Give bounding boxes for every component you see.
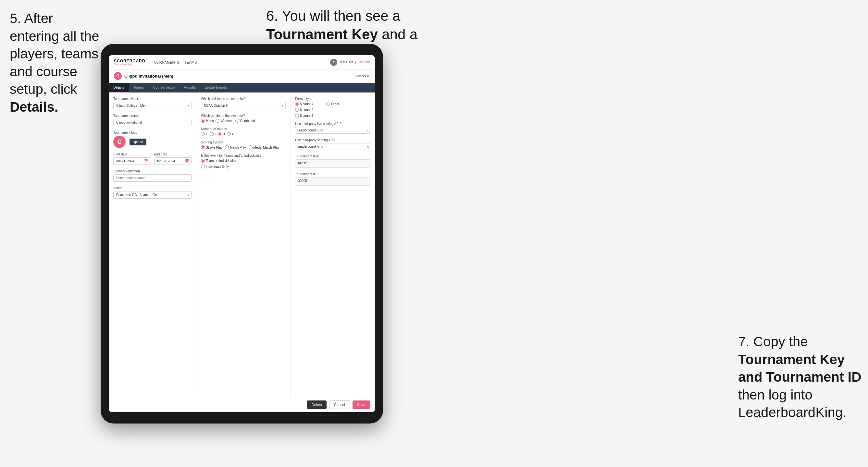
tournament-id-label: Tournament ID [295,172,370,176]
tournament-host-select-wrap: Clippd College - Men [113,102,191,110]
page-title-row: C Clippd Invitational (Men) [114,72,173,80]
venue-group: Venue Peachtree GC - Atlanta - GA [113,186,191,198]
gender-label: Which gender is the event for? [201,114,286,118]
upload-button[interactable]: Upload [129,138,146,145]
individuals-only[interactable]: Individuals Only [201,164,229,168]
tablet-screen: SCOREBOARD Powered by clippd TOURNAMENTS… [109,55,375,412]
teams-radio-group: Teams (+Individuals) Individuals Only [201,159,286,168]
api2-clear-button[interactable]: ✕ [367,145,369,148]
tournament-name-group: Tournament name [113,114,191,126]
start-date-label: Start date [113,153,151,156]
format-5count4[interactable]: 5 count 4 [295,102,313,106]
tournament-host-group: Tournament Host Clippd College - Men [113,97,191,110]
c-logo: C [114,72,122,80]
tournament-logo-group: Tournament logo C Upload [113,131,191,148]
scoring-group: Scoring system Stroke Play Match Play Me… [201,141,286,149]
tournament-id-value: 302051 [295,177,370,186]
form-footer: Delete Cancel Save [109,397,375,412]
venue-select-wrap: Peachtree GC - Atlanta - GA [113,191,191,198]
sign-out-link[interactable]: Sign out [358,60,370,64]
tab-details[interactable]: Details [109,83,129,93]
api2-input-wrap: ✕ [295,143,370,150]
end-date-group: End date 📅 [154,153,192,165]
tablet-frame: SCOREBOARD Powered by clippd TOURNAMENTS… [101,44,383,424]
rounds-radio-group: 1 2 3 4 [201,132,286,136]
api1-label: Use third-party live scoring API? [295,122,370,126]
teams-plus-individuals[interactable]: Teams (+Individuals) [201,159,236,163]
tab-leaderboards[interactable]: Leaderboards [200,83,231,93]
logo-upload-area: C Upload [113,136,191,148]
gender-womens[interactable]: Womens [216,119,233,123]
header-cancel[interactable]: Cancel ✕ [355,74,370,78]
tab-bar: Details Teams Course Setup Results Leade… [109,83,375,93]
api1-input[interactable] [295,127,370,134]
tournament-key-label: Tournament Key [295,154,370,158]
nav-separator: | [355,60,356,64]
format-row-1: 5 count 4 Other [295,102,370,106]
nav-right: SI Test User | Sign out [330,59,370,66]
scoring-label: Scoring system [201,141,286,144]
scoring-match[interactable]: Match Play [225,145,246,149]
form-area: Tournament Host Clippd College - Men Tou… [109,93,375,397]
format-options: 5 count 4 Other 6 count 4 [295,102,370,118]
rounds-2[interactable]: 2 [210,132,217,136]
sponsor-input[interactable] [113,174,191,182]
gender-radio-group: Mens Womens Combined [201,119,286,123]
date-row: Start date 📅 End date 📅 [113,153,191,165]
delete-button[interactable]: Delete [307,401,327,409]
scoring-stroke[interactable]: Stroke Play [201,145,222,149]
tab-results[interactable]: Results [179,83,200,93]
tournament-host-select[interactable]: Clippd College - Men [113,102,191,110]
format-row-2: 6 count 4 [295,108,370,112]
end-date-input[interactable] [156,159,184,163]
brand-sub: Powered by clippd [114,63,146,65]
rounds-group: Number of rounds 1 2 3 4 [201,127,286,136]
format-row-3: 6 count 5 [295,114,370,118]
gender-mens[interactable]: Mens [201,119,214,123]
page-header: C Clippd Invitational (Men) Cancel ✕ [109,69,375,83]
nav-link-teams[interactable]: TEAMS [184,60,197,64]
api1-input-wrap: ✕ [295,127,370,134]
start-date-group: Start date 📅 [113,153,151,165]
rounds-label: Number of rounds [201,127,286,131]
api1-clear-button[interactable]: ✕ [367,128,369,132]
division-select-wrap: NCAA Division III [201,102,286,110]
rounds-3[interactable]: 3 [218,132,225,136]
col-mid: Which division is the event for? NCAA Di… [196,93,290,397]
dates-group: Start date 📅 End date 📅 [113,153,191,165]
division-select[interactable]: NCAA Division III [201,102,286,110]
venue-select[interactable]: Peachtree GC - Atlanta - GA [113,191,191,198]
format-group: Format type 5 count 4 Other [295,97,370,118]
start-date-input[interactable] [116,159,143,163]
gender-combined[interactable]: Combined [235,119,255,123]
end-date-label: End date [154,153,192,156]
format-6count5[interactable]: 6 count 5 [295,114,313,118]
scoring-medal[interactable]: Medal Match Play [249,145,279,149]
brand-name: SCOREBOARD [114,59,146,63]
rounds-4[interactable]: 4 [227,132,234,136]
logo-circle: C [113,136,126,148]
top-nav: SCOREBOARD Powered by clippd TOURNAMENTS… [109,55,375,69]
tab-teams[interactable]: Teams [129,83,148,93]
api2-group: Use third-party scoring API? ✕ [295,138,370,150]
tournament-host-label: Tournament Host [113,97,191,101]
nav-link-tournaments[interactable]: TOURNAMENTS [152,60,180,64]
format-other[interactable]: Other [326,102,339,106]
save-button[interactable]: Save [352,401,370,409]
rounds-1[interactable]: 1 [201,132,208,136]
sponsor-label: Sponsor (optional) [113,169,191,173]
tab-course-setup[interactable]: Course Setup [148,83,179,93]
cancel-button[interactable]: Cancel [329,401,350,409]
nav-links: TOURNAMENTS TEAMS [152,60,324,64]
gender-group: Which gender is the event for? Mens Wome… [201,114,286,123]
api2-label: Use third-party scoring API? [295,138,370,142]
teams-label: Is this event for Teams and/or Individua… [201,154,286,157]
format-label: Format type [295,97,370,101]
page-title: Clippd Invitational (Men) [124,74,173,79]
api2-input[interactable] [295,143,370,150]
venue-label: Venue [113,186,191,190]
tournament-name-input[interactable] [113,119,191,126]
annotation-left: 5. After entering all the players, teams… [10,10,101,116]
tournament-key-value: b4f6b7 [295,159,370,168]
format-6count4[interactable]: 6 count 4 [295,108,313,112]
